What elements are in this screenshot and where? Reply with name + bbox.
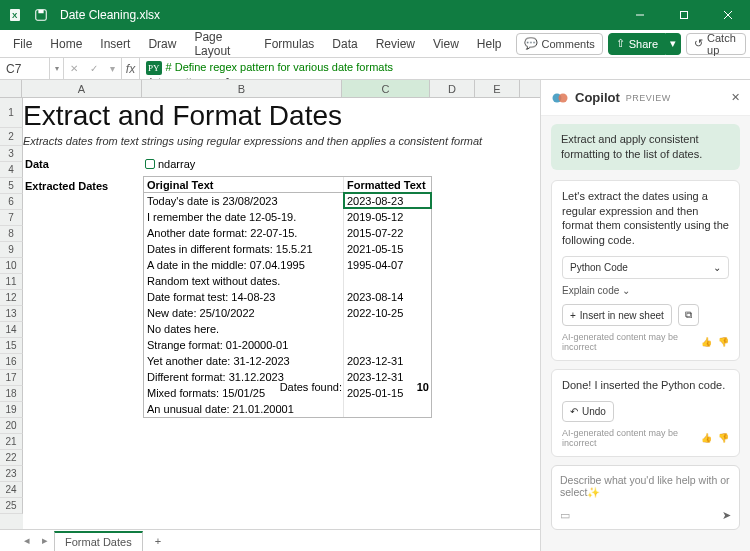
select-all-corner[interactable]: [0, 80, 22, 97]
cell-c[interactable]: 2022-10-25: [344, 305, 431, 321]
row-head[interactable]: 17: [0, 370, 23, 386]
explain-code-toggle[interactable]: Explain code⌄: [562, 285, 729, 296]
enter-icon[interactable]: ✓: [90, 63, 98, 74]
name-box[interactable]: C7: [0, 58, 50, 79]
dropdown-icon[interactable]: ▾: [110, 63, 115, 74]
cell-b[interactable]: Date format test: 14-08-23: [144, 289, 344, 305]
sheet-scroll-left[interactable]: ◂: [18, 534, 36, 547]
row-head[interactable]: 14: [0, 322, 23, 338]
share-dropdown[interactable]: ▾: [666, 33, 681, 55]
row-head[interactable]: 12: [0, 290, 23, 306]
fx-icon[interactable]: fx: [122, 58, 140, 79]
send-icon[interactable]: ➤: [722, 509, 731, 521]
python-code-toggle[interactable]: Python Code⌄: [562, 256, 729, 279]
tab-insert[interactable]: Insert: [91, 30, 139, 58]
tab-page-layout[interactable]: Page Layout: [185, 30, 255, 58]
cell-b[interactable]: Yet another date: 31-12-2023: [144, 353, 344, 369]
minimize-button[interactable]: [618, 0, 662, 30]
tab-draw[interactable]: Draw: [139, 30, 185, 58]
row-head[interactable]: 13: [0, 306, 23, 322]
autosave-icon[interactable]: [32, 6, 50, 24]
maximize-button[interactable]: [662, 0, 706, 30]
new-sheet-button[interactable]: +: [143, 535, 173, 547]
cell-c[interactable]: [344, 321, 431, 337]
row-head[interactable]: 22: [0, 450, 23, 466]
sheet-content[interactable]: Extract and Format Dates Extracts dates …: [23, 98, 540, 529]
insert-button[interactable]: +Insert in new sheet: [562, 304, 672, 326]
tab-home[interactable]: Home: [41, 30, 91, 58]
cell-c[interactable]: 2023-08-14: [344, 289, 431, 305]
row-head[interactable]: 9: [0, 242, 23, 258]
cell-c[interactable]: [344, 401, 431, 417]
cell-b[interactable]: I remember the date 12-05-19.: [144, 209, 344, 225]
cell-c[interactable]: 2019-05-12: [344, 209, 431, 225]
row-head[interactable]: 4: [0, 162, 23, 178]
col-head-A[interactable]: A: [22, 80, 142, 97]
cell-c[interactable]: [344, 337, 431, 353]
row-head[interactable]: 25: [0, 498, 23, 514]
row-head[interactable]: 11: [0, 274, 23, 290]
cell-c[interactable]: 1995-04-07: [344, 257, 431, 273]
col-head-B[interactable]: B: [142, 80, 342, 97]
cell-c[interactable]: [344, 273, 431, 289]
name-box-dropdown[interactable]: ▾: [50, 58, 64, 79]
row-head[interactable]: 16: [0, 354, 23, 370]
cell-c[interactable]: 2023-08-23: [344, 193, 431, 209]
cell-b[interactable]: Today's date is 23/08/2023: [144, 193, 344, 209]
cell-b[interactable]: A date in the middle: 07.04.1995: [144, 257, 344, 273]
cell-b[interactable]: An unusual date: 21.01.20001: [144, 401, 344, 417]
col-head-E[interactable]: E: [475, 80, 520, 97]
tab-review[interactable]: Review: [367, 30, 424, 58]
row-head[interactable]: 19: [0, 402, 23, 418]
cell-c[interactable]: 2021-05-15: [344, 241, 431, 257]
row-head[interactable]: 2: [0, 128, 23, 146]
comments-button[interactable]: 💬Comments: [516, 33, 603, 55]
row-head[interactable]: 23: [0, 466, 23, 482]
row-head[interactable]: 15: [0, 338, 23, 354]
row-head[interactable]: 8: [0, 226, 23, 242]
copilot-input[interactable]: Describe what you'd like help with or se…: [551, 465, 740, 530]
tab-data[interactable]: Data: [323, 30, 366, 58]
row-head[interactable]: 6: [0, 194, 23, 210]
cell-b[interactable]: Another date format: 22-07-15.: [144, 225, 344, 241]
row-head[interactable]: 24: [0, 482, 23, 498]
cell-b[interactable]: Strange format: 01-20000-01: [144, 337, 344, 353]
thumb-down-icon[interactable]: 👎: [718, 433, 729, 443]
close-button[interactable]: [706, 0, 750, 30]
filename[interactable]: Date Cleaning.xlsx: [60, 8, 160, 22]
tab-view[interactable]: View: [424, 30, 468, 58]
share-button[interactable]: ⇧Share: [608, 33, 666, 55]
cell-b[interactable]: No dates here.: [144, 321, 344, 337]
cell-c[interactable]: 2023-12-31: [344, 353, 431, 369]
ndarray-cell[interactable]: ndarray: [145, 158, 195, 170]
col-head-D[interactable]: D: [430, 80, 475, 97]
copy-button[interactable]: ⧉: [678, 304, 699, 326]
cancel-icon[interactable]: ✕: [70, 63, 78, 74]
thumb-down-icon[interactable]: 👎: [718, 337, 729, 347]
attach-icon[interactable]: ▭: [560, 509, 570, 521]
spreadsheet-grid[interactable]: A B C D E 1 2 3 4 5 6 7 8 9 10 11 12 13 …: [0, 80, 540, 551]
copilot-close-button[interactable]: ✕: [731, 91, 740, 104]
thumb-up-icon[interactable]: 👍: [701, 337, 712, 347]
tab-file[interactable]: File: [4, 30, 41, 58]
cell-b[interactable]: Dates in different formats: 15.5.21: [144, 241, 344, 257]
row-head[interactable]: 5: [0, 178, 23, 194]
row-head[interactable]: 10: [0, 258, 23, 274]
row-head[interactable]: 7: [0, 210, 23, 226]
formula-code[interactable]: PY# Define regex pattern for various dat…: [140, 58, 750, 79]
undo-button[interactable]: ↶Undo: [562, 401, 614, 422]
row-head[interactable]: 1: [0, 98, 23, 128]
sheet-scroll-right[interactable]: ▸: [36, 534, 54, 547]
cell-c[interactable]: 2015-07-22: [344, 225, 431, 241]
row-head[interactable]: 20: [0, 418, 23, 434]
row-head[interactable]: 21: [0, 434, 23, 450]
col-head-C[interactable]: C: [342, 80, 430, 97]
cell-b[interactable]: New date: 25/10/2022: [144, 305, 344, 321]
sheet-tab[interactable]: Format Dates: [54, 531, 143, 551]
catch-up-button[interactable]: ↺Catch up: [686, 33, 746, 55]
row-head[interactable]: 3: [0, 146, 23, 162]
tab-formulas[interactable]: Formulas: [255, 30, 323, 58]
row-head[interactable]: 18: [0, 386, 23, 402]
thumb-up-icon[interactable]: 👍: [701, 433, 712, 443]
tab-help[interactable]: Help: [468, 30, 511, 58]
